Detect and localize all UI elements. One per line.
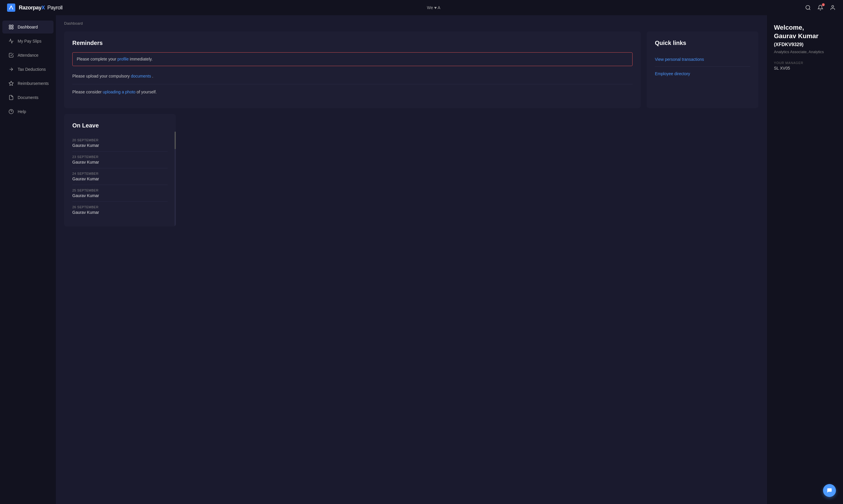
sidebar-item-dashboard[interactable]: Dashboard: [2, 21, 53, 34]
employee-id: (XFDKV9329): [774, 42, 836, 47]
sidebar-item-label: My Pay Slips: [18, 39, 41, 43]
tax-deductions-icon: [8, 66, 14, 72]
sidebar: Dashboard My Pay Slips Attendance Tax De…: [0, 15, 56, 504]
svg-rect-2: [9, 25, 11, 26]
leave-date: 20 SEPTEMBER: [72, 138, 168, 142]
sidebar-item-label: Help: [18, 109, 26, 114]
list-item: 26 SEPTEMBER Gaurav Kumar: [72, 202, 168, 218]
on-leave-list: 20 SEPTEMBER Gaurav Kumar 23 SEPTEMBER G…: [72, 135, 168, 218]
scroll-indicator: [175, 131, 176, 227]
list-item: 20 SEPTEMBER Gaurav Kumar: [72, 135, 168, 151]
leave-date: 23 SEPTEMBER: [72, 155, 168, 159]
reminder-profile: Please complete your profile immediately…: [72, 52, 633, 66]
leave-name: Gaurav Kumar: [72, 160, 168, 164]
help-icon: [8, 109, 14, 114]
leave-date: 24 SEPTEMBER: [72, 172, 168, 175]
top-navigation: RazorpayX Payroll We ♥ A 1: [0, 0, 843, 15]
pay-slips-icon: [8, 38, 14, 44]
sidebar-item-label: Reimbursements: [18, 81, 49, 86]
sidebar-item-help[interactable]: Help: [2, 105, 53, 118]
quick-link-view-personal-transactions[interactable]: View personal transactions: [655, 52, 750, 67]
razorpay-logo-icon: [7, 3, 15, 12]
reminders-card: Reminders Please complete your profile i…: [64, 32, 641, 108]
documents-icon: [8, 94, 14, 101]
right-panel: Welcome, Gaurav Kumar (XFDKV9329) Analyt…: [767, 15, 843, 504]
sidebar-item-my-pay-slips[interactable]: My Pay Slips: [2, 35, 53, 48]
leave-name: Gaurav Kumar: [72, 210, 168, 215]
quick-links-card: Quick links View personal transactions E…: [647, 32, 758, 108]
sidebar-item-label: Documents: [18, 95, 38, 100]
job-title: Analytics Associate, Analytics: [774, 50, 836, 54]
search-icon[interactable]: [805, 4, 811, 11]
reminder-documents: Please upload your compulsory documents …: [72, 68, 633, 84]
breadcrumb: Dashboard: [64, 21, 758, 25]
documents-link[interactable]: documents: [131, 74, 151, 78]
on-leave-title: On Leave: [72, 122, 168, 129]
org-label: We ♥ A: [427, 5, 440, 10]
reminder-photo: Please consider uploading a photo of you…: [72, 84, 633, 100]
list-item: 25 SEPTEMBER Gaurav Kumar: [72, 185, 168, 202]
sidebar-item-label: Tax Deductions: [18, 67, 46, 72]
leave-name: Gaurav Kumar: [72, 143, 168, 148]
attendance-icon: [8, 52, 14, 58]
leave-name: Gaurav Kumar: [72, 193, 168, 198]
logo-text: RazorpayX Payroll: [19, 5, 63, 11]
list-item: 24 SEPTEMBER Gaurav Kumar: [72, 168, 168, 185]
leave-name: Gaurav Kumar: [72, 177, 168, 181]
sidebar-item-documents[interactable]: Documents: [2, 91, 53, 104]
scroll-thumb: [175, 131, 176, 149]
reminder-text-after: immediately.: [130, 57, 153, 61]
dashboard-icon: [8, 24, 14, 30]
main-layout: Dashboard My Pay Slips Attendance Tax De…: [0, 15, 843, 504]
logo-area: RazorpayX Payroll: [7, 3, 63, 12]
notifications-icon[interactable]: 1: [817, 4, 824, 11]
reimbursements-icon: [8, 80, 14, 86]
reminder-text-before: Please complete your: [77, 57, 118, 61]
sidebar-item-reimbursements[interactable]: Reimbursements: [2, 77, 53, 90]
sidebar-item-label: Attendance: [18, 53, 38, 58]
quick-link-employee-directory[interactable]: Employee directory: [655, 67, 750, 81]
svg-point-0: [806, 5, 809, 10]
svg-rect-4: [9, 28, 11, 29]
notification-badge: 1: [822, 3, 825, 6]
upload-photo-link[interactable]: uploading a photo: [103, 90, 136, 94]
reminders-title: Reminders: [72, 40, 633, 47]
sidebar-item-label: Dashboard: [18, 25, 38, 29]
sidebar-item-tax-deductions[interactable]: Tax Deductions: [2, 63, 53, 76]
manager-label: YOUR MANAGER: [774, 61, 836, 65]
welcome-greeting: Welcome, Gaurav Kumar: [774, 23, 836, 40]
sidebar-item-attendance[interactable]: Attendance: [2, 49, 53, 62]
on-leave-card: On Leave 20 SEPTEMBER Gaurav Kumar 23 SE…: [64, 114, 176, 227]
quick-links-title: Quick links: [655, 40, 750, 47]
main-content: Dashboard Reminders Please complete your…: [56, 15, 767, 504]
svg-marker-7: [9, 82, 14, 86]
chat-button[interactable]: [823, 484, 836, 497]
manager-name: SL XV05: [774, 66, 836, 71]
list-item: 23 SEPTEMBER Gaurav Kumar: [72, 151, 168, 168]
svg-point-1: [832, 5, 834, 7]
topnav-actions: 1: [805, 4, 836, 11]
svg-rect-5: [12, 28, 13, 29]
user-account-icon[interactable]: [829, 4, 836, 11]
leave-date: 26 SEPTEMBER: [72, 205, 168, 209]
svg-rect-3: [12, 25, 13, 26]
leave-date: 25 SEPTEMBER: [72, 188, 168, 192]
profile-link[interactable]: profile: [118, 57, 129, 61]
